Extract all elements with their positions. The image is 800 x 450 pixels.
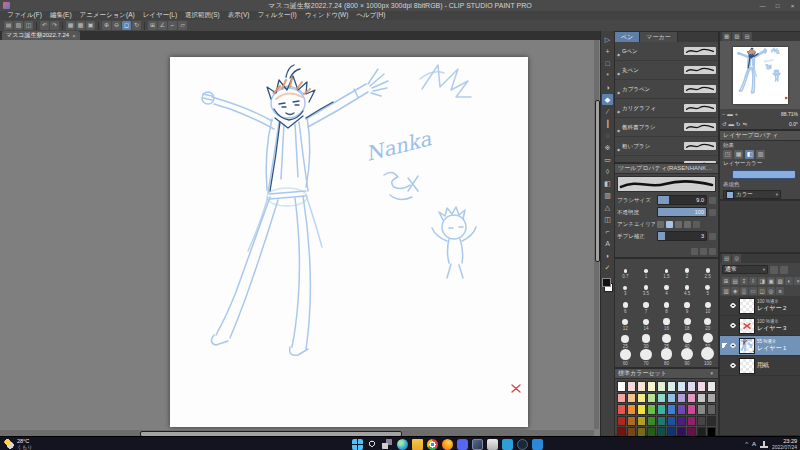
- property-slider[interactable]: 100: [657, 207, 707, 217]
- brush-size-option[interactable]: 12: [615, 314, 636, 332]
- reference-layer-icon[interactable]: ◈: [731, 287, 739, 295]
- layer-mask-icon[interactable]: ◐: [785, 277, 793, 285]
- clip-studio-icon[interactable]: [472, 439, 483, 450]
- menu-item[interactable]: 選択範囲(S): [181, 11, 224, 20]
- invert-selection-icon[interactable]: ▩: [76, 21, 85, 30]
- brush-size-option[interactable]: 8: [656, 296, 677, 314]
- color-swatch[interactable]: [687, 393, 696, 404]
- subview-tab-icon[interactable]: ▧: [732, 32, 741, 41]
- ime-indicator[interactable]: A: [752, 441, 756, 447]
- layer-color-swatch[interactable]: [732, 170, 796, 179]
- color-swatch[interactable]: [707, 393, 716, 404]
- color-swatch[interactable]: [647, 393, 656, 404]
- blend-mode-dropdown[interactable]: 通常 ▾: [722, 265, 768, 274]
- menu-item[interactable]: アニメーション(A): [76, 11, 139, 20]
- brush-size-option[interactable]: 40: [677, 331, 698, 349]
- brush-size-option[interactable]: 10: [697, 296, 718, 314]
- snap-icon[interactable]: ∠: [158, 21, 167, 30]
- anti-aliasing-middle[interactable]: [675, 221, 682, 228]
- navigator-canvas-thumbnail[interactable]: [733, 47, 788, 104]
- color-swatch[interactable]: [687, 416, 696, 427]
- weather-widget[interactable]: 28°C くもり: [4, 438, 32, 450]
- color-swatch[interactable]: [627, 393, 636, 404]
- brush-size-option[interactable]: 6: [615, 296, 636, 314]
- layer-color-effect-icon[interactable]: ◧: [745, 150, 754, 159]
- color-swatch[interactable]: [647, 416, 656, 427]
- property-stepper-button[interactable]: [709, 233, 716, 240]
- layer-move-tool-icon[interactable]: +: [602, 46, 613, 57]
- color-swatch[interactable]: [677, 404, 686, 415]
- paint-app-icon[interactable]: [487, 439, 498, 450]
- material-icon[interactable]: ▱: [178, 21, 187, 30]
- brush-size-option[interactable]: 70: [636, 349, 657, 367]
- register-material-icon[interactable]: [700, 248, 707, 255]
- close-button[interactable]: ×: [785, 0, 800, 11]
- brush-size-option[interactable]: 50: [697, 331, 718, 349]
- navigator-preview[interactable]: [720, 41, 800, 109]
- visibility-eye-icon[interactable]: [729, 362, 737, 369]
- visibility-eye-icon[interactable]: [729, 322, 737, 329]
- text-tool-icon[interactable]: A: [602, 238, 613, 249]
- subtool-item[interactable]: Gペン: [615, 42, 718, 61]
- open-file-icon[interactable]: ▧: [14, 21, 23, 30]
- color-swatch[interactable]: [667, 404, 676, 415]
- menu-item[interactable]: フィルター(I): [253, 11, 300, 20]
- subtool-item[interactable]: カリグラフィ: [615, 99, 718, 118]
- expression-color-dropdown[interactable]: カラー ▾: [723, 190, 781, 199]
- firefox-icon[interactable]: [442, 439, 453, 450]
- color-swatch[interactable]: [647, 404, 656, 415]
- new-folder-icon[interactable]: ▤: [731, 277, 739, 285]
- figure-tool-icon[interactable]: △: [602, 202, 613, 213]
- document-tab[interactable]: マスコ誕生祭2022.7.24 ×: [2, 31, 80, 40]
- anti-aliasing-none[interactable]: [657, 221, 664, 228]
- maximize-button[interactable]: □: [770, 0, 785, 11]
- brush-size-option[interactable]: 4.5: [677, 279, 698, 297]
- subtool-item[interactable]: 丸ペン: [615, 61, 718, 80]
- operation-tool-icon[interactable]: ▷: [602, 34, 613, 45]
- subtool-item[interactable]: 粗いブラシ: [615, 137, 718, 156]
- flip-horizontal-icon[interactable]: ⇋: [743, 121, 748, 127]
- chrome-icon[interactable]: [427, 439, 438, 450]
- color-swatch[interactable]: [617, 404, 626, 415]
- start-button[interactable]: [352, 439, 363, 450]
- color-swatch[interactable]: [667, 416, 676, 427]
- selection-border-icon[interactable]: ▣: [86, 21, 95, 30]
- brush-size-option[interactable]: 0.7: [615, 261, 636, 279]
- edge-icon[interactable]: [397, 439, 408, 450]
- color-swatch[interactable]: [647, 381, 656, 392]
- layer-row[interactable]: 100 %通常 レイヤー 3: [720, 316, 800, 336]
- canvas-vertical-scrollbar[interactable]: [594, 40, 599, 429]
- anti-aliasing-weak[interactable]: [666, 221, 673, 228]
- pencil-tool-icon[interactable]: ∕: [602, 106, 613, 117]
- brush-size-option[interactable]: 5: [697, 279, 718, 297]
- document-close-icon[interactable]: ×: [72, 33, 76, 39]
- color-swatch[interactable]: [677, 381, 686, 392]
- color-swatch[interactable]: [677, 416, 686, 427]
- lock-layer-icon[interactable]: ▣: [767, 277, 775, 285]
- eyedropper-tool-icon[interactable]: ◑: [602, 82, 613, 93]
- foreground-background-colors[interactable]: [602, 278, 613, 292]
- two-pane-icon[interactable]: ◫: [758, 287, 766, 295]
- subtool-tab[interactable]: ペン: [615, 32, 640, 42]
- brush-size-option[interactable]: 14: [636, 314, 657, 332]
- drawing-canvas[interactable]: Nanka: [170, 57, 528, 427]
- undo-icon[interactable]: ↶: [40, 21, 49, 30]
- menu-item[interactable]: ヘルプ(H): [352, 11, 389, 20]
- zoom-out-icon[interactable]: −: [722, 111, 725, 117]
- brush-size-option[interactable]: 90: [677, 349, 698, 367]
- subtool-item[interactable]: 教科書ブラシ: [615, 118, 718, 137]
- layer-row[interactable]: 用紙: [720, 356, 800, 376]
- subtool-item[interactable]: カブラペン: [615, 80, 718, 99]
- color-swatch[interactable]: [707, 404, 716, 415]
- color-swatch[interactable]: [687, 404, 696, 415]
- color-swatch[interactable]: [617, 393, 626, 404]
- store-icon[interactable]: [532, 439, 543, 450]
- item-bank-tab-icon[interactable]: ▤: [742, 32, 751, 41]
- brush-size-option[interactable]: 20: [697, 314, 718, 332]
- color-swatch[interactable]: [637, 416, 646, 427]
- menu-item[interactable]: レイヤー(L): [139, 11, 181, 20]
- color-swatch[interactable]: [627, 416, 636, 427]
- selection-tool-icon[interactable]: □: [602, 58, 613, 69]
- separator[interactable]: [36, 22, 37, 30]
- layer-search-tab-icon[interactable]: ◎: [732, 254, 741, 263]
